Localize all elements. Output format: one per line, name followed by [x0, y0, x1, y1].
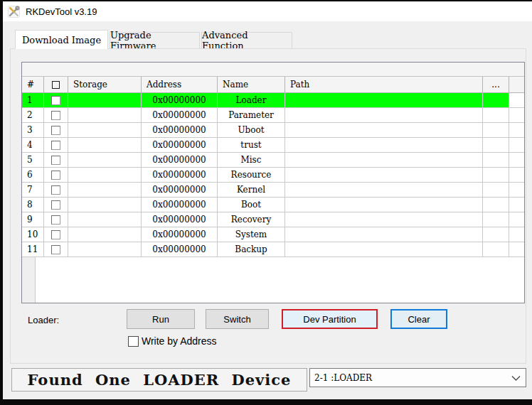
cell-name: Kernel	[218, 183, 285, 197]
dev-partition-button[interactable]: Dev Partition	[282, 309, 378, 329]
tab-download-image[interactable]: Download Image	[15, 30, 108, 49]
cell-filler	[509, 138, 524, 152]
cell-row-number: 3	[22, 123, 44, 137]
write-by-address-control: Write by Address	[128, 335, 217, 347]
cell-address: 0x00000000	[142, 108, 218, 122]
column-header-address[interactable]: Address	[142, 77, 218, 92]
cell-more	[483, 108, 509, 122]
cell-path	[285, 108, 483, 122]
table-row[interactable]: 40x00000000trust	[22, 138, 524, 153]
row-checkbox[interactable]	[51, 215, 60, 225]
cell-more	[483, 93, 509, 107]
row-checkbox[interactable]	[51, 185, 60, 195]
row-checkbox[interactable]	[51, 230, 60, 239]
cell-row-number: 1	[22, 93, 44, 107]
column-header-name[interactable]: Name	[218, 77, 285, 92]
cell-path	[285, 153, 483, 167]
table-row[interactable]: 20x00000000Parameter	[22, 108, 524, 123]
cell-more	[483, 198, 509, 212]
table-empty-gutter	[22, 257, 36, 303]
loader-label: Loader:	[28, 315, 59, 325]
row-checkbox[interactable]	[51, 156, 60, 165]
table-top-strip	[22, 63, 524, 77]
cell-filler	[509, 183, 524, 197]
cell-name: Uboot	[218, 123, 285, 137]
cell-address: 0x00000000	[142, 93, 218, 107]
cell-storage	[68, 242, 142, 256]
cell-name: trust	[218, 138, 285, 152]
row-checkbox[interactable]	[51, 245, 60, 254]
cell-storage	[68, 93, 142, 107]
cell-name: Loader	[218, 93, 285, 107]
table-row[interactable]: 100x00000000System	[22, 227, 524, 242]
cell-path	[285, 123, 483, 137]
row-checkbox[interactable]	[51, 111, 60, 120]
cell-address: 0x00000000	[142, 198, 218, 212]
cell-more	[483, 242, 509, 256]
cell-storage	[68, 168, 142, 182]
cell-more	[483, 168, 509, 182]
cell-storage	[68, 123, 142, 137]
column-header-filler	[509, 77, 524, 92]
cell-checkbox	[44, 227, 68, 242]
column-header-select[interactable]	[44, 77, 68, 92]
table-row[interactable]: 70x00000000Kernel	[22, 183, 524, 198]
write-by-address-label: Write by Address	[142, 335, 217, 347]
device-status-message: Found One LOADER Device	[28, 371, 292, 389]
cell-row-number: 9	[22, 212, 44, 227]
cell-filler	[509, 153, 524, 167]
device-select-dropdown[interactable]: 2-1 :LOADER	[309, 368, 526, 387]
select-all-checkbox[interactable]	[52, 81, 60, 89]
row-checkbox[interactable]	[51, 96, 60, 105]
title-bar: RKDevTool v3.19	[3, 1, 532, 21]
tab-advanced-function[interactable]: Advanced Function	[201, 32, 292, 48]
column-header-more[interactable]: ...	[483, 77, 509, 92]
app-logo-tools-icon	[8, 6, 20, 18]
cell-more	[483, 227, 509, 242]
cell-row-number: 10	[22, 227, 44, 242]
write-by-address-checkbox[interactable]	[128, 336, 139, 347]
column-header-storage[interactable]: Storage	[68, 77, 142, 92]
table-row[interactable]: 110x00000000Backup	[22, 242, 524, 257]
column-header-path[interactable]: Path	[285, 77, 483, 92]
table-row[interactable]: 60x00000000Resource	[22, 168, 524, 183]
cell-name: Backup	[218, 242, 285, 256]
cell-more	[483, 123, 509, 137]
cell-path	[285, 183, 483, 197]
table-row[interactable]: 50x00000000Misc	[22, 153, 524, 168]
cell-name: Misc	[218, 153, 285, 167]
cell-storage	[68, 153, 142, 167]
cell-filler	[509, 242, 524, 256]
cell-checkbox	[44, 153, 68, 167]
cell-filler	[509, 198, 524, 212]
table-row[interactable]: 30x00000000Uboot	[22, 123, 524, 138]
row-checkbox[interactable]	[51, 141, 60, 150]
table-row[interactable]: 10x00000000Loader	[22, 93, 524, 108]
cell-checkbox	[44, 108, 68, 122]
partition-table: # Storage Address Name Path ... 10x00000…	[21, 62, 525, 303]
cell-filler	[509, 93, 524, 107]
cell-name: Recovery	[218, 212, 285, 227]
cell-storage	[68, 138, 142, 152]
row-checkbox[interactable]	[51, 200, 60, 210]
column-header-num[interactable]: #	[22, 77, 44, 92]
row-checkbox[interactable]	[51, 171, 60, 180]
cell-checkbox	[44, 168, 68, 182]
clear-button[interactable]: Clear	[390, 309, 447, 329]
cell-name: Resource	[218, 168, 285, 182]
device-select-value: 2-1 :LOADER	[310, 373, 372, 383]
run-button[interactable]: Run	[127, 309, 195, 329]
cell-checkbox	[44, 93, 68, 107]
switch-button[interactable]: Switch	[206, 309, 269, 329]
table-row[interactable]: 90x00000000Recovery	[22, 212, 524, 227]
cell-path	[285, 138, 483, 152]
table-body: 10x00000000Loader20x00000000Parameter30x…	[22, 93, 524, 257]
cell-more	[483, 153, 509, 167]
device-status-box: Found One LOADER Device	[11, 368, 307, 392]
cell-name: Boot	[218, 198, 285, 212]
tab-upgrade-firmware[interactable]: Upgrade Firmware	[110, 32, 200, 48]
cell-path	[285, 227, 483, 242]
table-row[interactable]: 80x00000000Boot	[22, 198, 524, 212]
row-checkbox[interactable]	[51, 126, 60, 135]
cell-checkbox	[44, 138, 68, 152]
